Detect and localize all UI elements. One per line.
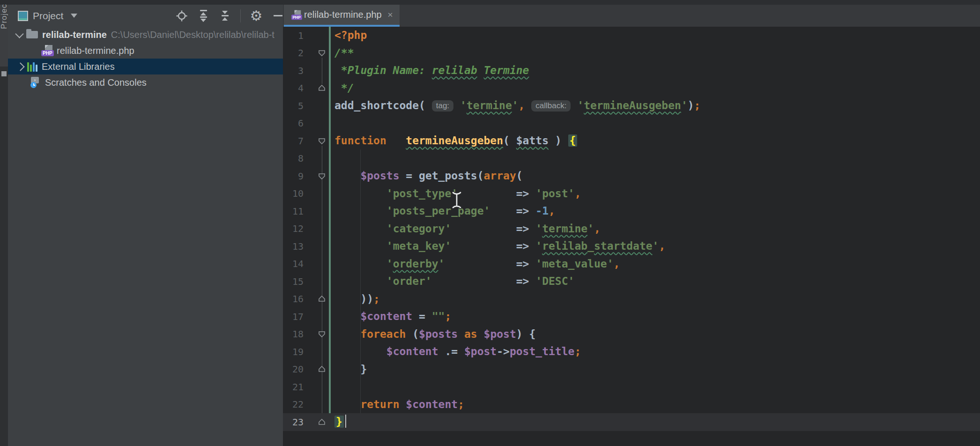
code-line[interactable]: 9 $posts = get_posts(array( bbox=[283, 167, 980, 185]
code-line[interactable]: 22 return $content; bbox=[283, 396, 980, 414]
code-line[interactable]: 3 *Plugin Name: relilab Termine bbox=[283, 62, 980, 80]
code-token: $atts bbox=[516, 134, 549, 147]
code-token: 'DESC' bbox=[535, 275, 574, 287]
code-token bbox=[334, 223, 386, 235]
code-token: *Plugin Name: bbox=[334, 64, 432, 76]
line-number: 14 bbox=[283, 258, 309, 269]
locate-file-button[interactable] bbox=[176, 10, 188, 22]
fold-marker-icon[interactable] bbox=[309, 365, 334, 373]
code-token bbox=[571, 99, 577, 112]
editor-tab-bar: PHP relilab-termine.php ✕ bbox=[283, 5, 980, 27]
code-text: foreach ($posts as $post) { bbox=[334, 326, 535, 343]
code-line[interactable]: 11 'posts_per_page' => -1, bbox=[283, 202, 980, 220]
code-token: -1 bbox=[535, 205, 549, 217]
fold-marker-icon[interactable] bbox=[309, 295, 334, 303]
php-file-label: relilab-termine.php bbox=[57, 45, 134, 56]
code-line[interactable]: 7function termineAusgeben( $atts ) { bbox=[283, 132, 980, 150]
collapse-all-button[interactable] bbox=[219, 10, 231, 22]
line-number: 13 bbox=[283, 241, 309, 252]
toolbar-divider bbox=[240, 9, 241, 22]
code-text: function termineAusgeben( $atts ) { bbox=[334, 132, 577, 150]
code-token bbox=[334, 205, 386, 217]
code-line[interactable]: 15 'order' => 'DESC' bbox=[283, 273, 980, 290]
fold-marker-icon[interactable] bbox=[309, 49, 334, 57]
code-token: return bbox=[360, 398, 399, 410]
code-text: } bbox=[334, 413, 346, 431]
code-token: , bbox=[519, 99, 525, 112]
project-view-selector[interactable]: Project bbox=[8, 10, 77, 22]
tool-stripe-project-button[interactable]: Project bbox=[0, 5, 8, 67]
fold-marker-icon[interactable] bbox=[309, 137, 334, 145]
code-line[interactable]: 13 'meta_key' => 'relilab_startdate', bbox=[283, 238, 980, 255]
line-number: 23 bbox=[283, 416, 309, 428]
code-token bbox=[458, 328, 464, 340]
code-token: ' bbox=[577, 99, 584, 112]
code-line[interactable]: 14 'orderby' => 'meta_value', bbox=[283, 255, 980, 273]
code-token bbox=[334, 398, 360, 410]
code-line[interactable]: 12 'category' => 'termine', bbox=[283, 220, 980, 238]
code-line[interactable]: 4 */ bbox=[283, 80, 980, 97]
code-token: as bbox=[464, 328, 477, 340]
code-token: foreach bbox=[360, 328, 406, 340]
project-view-title: Project bbox=[33, 10, 63, 22]
code-token bbox=[490, 205, 516, 217]
code-token: 'post' bbox=[535, 187, 574, 200]
tree-row-external-libraries[interactable]: External Libraries bbox=[8, 59, 283, 74]
code-token: $posts bbox=[360, 170, 399, 182]
chevron-expanded-icon[interactable] bbox=[15, 30, 23, 38]
code-token: ( bbox=[503, 134, 516, 147]
code-line[interactable]: 16 )); bbox=[283, 290, 980, 308]
code-token: ' bbox=[512, 99, 519, 112]
tab-relilab-termine-php[interactable]: PHP relilab-termine.php ✕ bbox=[284, 5, 400, 27]
code-line[interactable]: 21 bbox=[283, 378, 980, 396]
fold-marker-icon[interactable] bbox=[309, 172, 334, 180]
code-token bbox=[334, 240, 386, 252]
code-token: ' bbox=[386, 258, 393, 270]
code-token: post_title bbox=[510, 345, 574, 357]
code-editor[interactable]: 1<?php2/**3 *Plugin Name: relilab Termin… bbox=[283, 27, 980, 446]
code-line[interactable]: 1<?php bbox=[283, 27, 980, 45]
tool-stripe-icon[interactable] bbox=[1, 71, 7, 76]
fold-marker-icon[interactable] bbox=[309, 84, 334, 92]
fold-marker-icon[interactable] bbox=[309, 330, 334, 338]
code-line[interactable]: 17 $content = ""; bbox=[283, 308, 980, 326]
code-token bbox=[386, 134, 406, 147]
code-token bbox=[477, 328, 484, 340]
code-line[interactable]: 5add_shortcode( tag: 'termine', callback… bbox=[283, 97, 980, 115]
code-lines: 1<?php2/**3 *Plugin Name: relilab Termin… bbox=[283, 27, 980, 431]
chevron-collapsed-icon[interactable] bbox=[16, 62, 24, 71]
code-line[interactable]: 23} bbox=[283, 413, 980, 431]
code-token: Termine bbox=[484, 64, 529, 76]
code-token bbox=[445, 258, 516, 270]
code-token: 'order' bbox=[386, 275, 432, 287]
expand-collapse-button[interactable] bbox=[197, 10, 209, 22]
line-number: 9 bbox=[283, 171, 309, 182]
code-text: add_shortcode( tag: 'termine', callback:… bbox=[334, 97, 700, 115]
close-icon[interactable]: ✕ bbox=[387, 11, 393, 19]
tree-row-project-root[interactable]: relilab-termine C:\Users\Daniel\Desktop\… bbox=[8, 27, 283, 43]
code-token: ' bbox=[681, 99, 688, 112]
fold-marker-icon[interactable] bbox=[309, 418, 334, 426]
tree-row-php-file[interactable]: PHP relilab-termine.php bbox=[8, 43, 283, 59]
code-token bbox=[525, 99, 531, 112]
line-number: 20 bbox=[283, 364, 309, 375]
code-line[interactable]: 19 $content .= $post->post_title; bbox=[283, 343, 980, 361]
code-line[interactable]: 2/** bbox=[283, 45, 980, 62]
code-token: "" bbox=[432, 310, 445, 322]
code-token: ( bbox=[406, 328, 419, 340]
clock-icon bbox=[30, 82, 37, 88]
code-token: 'posts_per_page' bbox=[386, 205, 490, 217]
settings-button[interactable]: ⚙ bbox=[250, 10, 262, 22]
code-token: ' bbox=[438, 258, 445, 270]
line-number: 4 bbox=[283, 82, 309, 94]
code-line[interactable]: 18 foreach ($posts as $post) { bbox=[283, 326, 980, 343]
code-line[interactable]: 10 'post_type' => 'post', bbox=[283, 185, 980, 203]
hide-panel-button[interactable] bbox=[272, 10, 284, 22]
code-line[interactable]: 8 bbox=[283, 150, 980, 168]
tree-row-scratches[interactable]: › Scratches and Consoles bbox=[8, 74, 283, 90]
gear-icon: ⚙ bbox=[250, 9, 263, 23]
code-token: => bbox=[516, 205, 536, 217]
code-token: add_shortcode( bbox=[334, 99, 432, 112]
code-line[interactable]: 6 bbox=[283, 115, 980, 133]
code-line[interactable]: 20 } bbox=[283, 361, 980, 379]
